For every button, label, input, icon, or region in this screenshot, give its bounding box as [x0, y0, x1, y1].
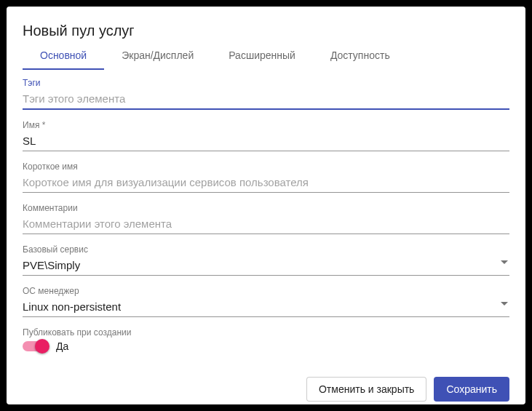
- field-publish: Публиковать при создании Да: [23, 327, 509, 352]
- label-short-name: Короткое имя: [23, 161, 509, 172]
- label-comments: Комментарии: [23, 203, 509, 213]
- cancel-button[interactable]: Отменить и закрыть: [306, 377, 426, 402]
- field-tags: Тэги: [23, 78, 509, 110]
- select-base-service[interactable]: PVE\Simply: [23, 256, 509, 276]
- toggle-publish-label: Да: [56, 340, 68, 352]
- field-base-service: Базовый сервис PVE\Simply: [23, 244, 509, 276]
- save-button[interactable]: Сохранить: [434, 377, 509, 402]
- chevron-down-icon: [501, 260, 508, 264]
- input-comments[interactable]: [23, 215, 509, 234]
- form-main: Тэги Имя * Короткое имя Комментарии Базо…: [23, 78, 509, 362]
- field-comments: Комментарии: [23, 203, 509, 234]
- input-tags[interactable]: [23, 89, 509, 110]
- field-short-name: Короткое имя: [23, 161, 509, 193]
- select-os-manager-value: Linux non-persistent: [23, 298, 509, 317]
- toggle-row-publish: Да: [23, 340, 509, 352]
- tab-availability[interactable]: Доступность: [313, 49, 408, 70]
- label-publish: Публиковать при создании: [23, 327, 509, 338]
- dialog-title: Новый пул услуг: [23, 23, 509, 39]
- input-short-name[interactable]: [23, 173, 509, 193]
- label-name: Имя *: [23, 120, 509, 130]
- dialog-actions: Отменить и закрыть Сохранить: [23, 377, 509, 402]
- select-os-manager[interactable]: Linux non-persistent: [23, 298, 509, 317]
- dialog-new-service-pool: Новый пул услуг Основной Экран/Дисплей Р…: [7, 7, 525, 404]
- input-name[interactable]: [23, 132, 509, 151]
- label-os-manager: ОС менеджер: [23, 286, 509, 296]
- field-name: Имя *: [23, 120, 509, 151]
- chevron-down-icon: [501, 302, 508, 306]
- field-os-manager: ОС менеджер Linux non-persistent: [23, 286, 509, 317]
- tab-main[interactable]: Основной: [23, 49, 104, 70]
- select-base-service-value: PVE\Simply: [23, 256, 509, 276]
- label-base-service: Базовый сервис: [23, 244, 509, 255]
- label-tags: Тэги: [23, 78, 509, 88]
- tab-advanced[interactable]: Расширенный: [211, 49, 313, 70]
- tab-display[interactable]: Экран/Дисплей: [104, 49, 211, 70]
- toggle-publish[interactable]: [23, 341, 47, 351]
- tabs: Основной Экран/Дисплей Расширенный Досту…: [23, 49, 509, 71]
- toggle-thumb: [35, 339, 49, 354]
